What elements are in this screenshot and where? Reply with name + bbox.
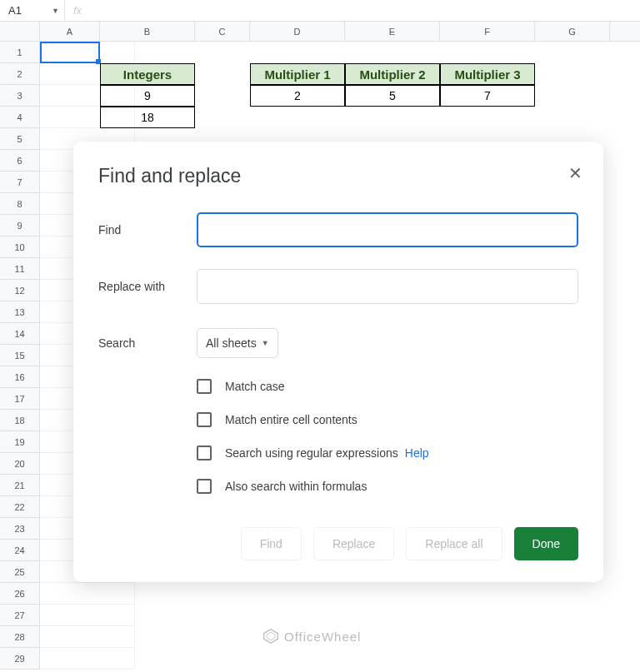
match-case-label: Match case (225, 380, 285, 393)
formulas-checkbox[interactable] (197, 479, 212, 494)
watermark: OfficeWheel (262, 628, 361, 645)
row-header[interactable]: 9 (0, 215, 40, 236)
fx-label: fx (64, 0, 90, 21)
row-header[interactable]: 27 (0, 605, 40, 626)
formula-input[interactable] (90, 0, 640, 21)
watermark-text: OfficeWheel (284, 630, 361, 644)
row-header[interactable]: 25 (0, 561, 40, 583)
table-header-integers[interactable]: Integers (100, 63, 195, 85)
row-header[interactable]: 29 (0, 648, 40, 670)
table-header-mult2[interactable]: Multiplier 2 (345, 63, 440, 85)
regex-label: Search using regular expressions (225, 446, 398, 460)
row-header[interactable]: 1 (0, 42, 40, 63)
cell[interactable] (40, 648, 135, 670)
cell[interactable] (40, 605, 135, 626)
table-cell[interactable]: 2 (250, 85, 345, 107)
row-header[interactable]: 20 (0, 453, 40, 475)
find-button[interactable]: Find (241, 527, 302, 560)
cell-reference[interactable]: A1 (0, 4, 47, 17)
cell[interactable] (40, 42, 135, 63)
row-header[interactable]: 2 (0, 63, 40, 85)
cell-ref-dropdown-icon[interactable]: ▼ (47, 7, 64, 15)
formulas-label: Also search within formulas (225, 480, 367, 493)
row-header[interactable]: 22 (0, 496, 40, 518)
logo-icon (262, 628, 279, 645)
row-header[interactable]: 24 (0, 540, 40, 561)
col-header-c[interactable]: C (195, 22, 250, 41)
find-input[interactable] (197, 212, 578, 247)
col-header-d[interactable]: D (250, 22, 345, 41)
close-button[interactable]: ✕ (563, 162, 587, 185)
row-header[interactable]: 15 (0, 345, 40, 366)
match-case-checkbox[interactable] (197, 379, 212, 394)
table-header-mult1[interactable]: Multiplier 1 (250, 63, 345, 85)
search-scope-select[interactable]: All sheets ▼ (197, 328, 278, 358)
row-header[interactable]: 17 (0, 388, 40, 410)
close-icon: ✕ (568, 163, 582, 183)
table-header-mult3[interactable]: Multiplier 3 (440, 63, 535, 85)
row-header[interactable]: 21 (0, 475, 40, 496)
row-header[interactable]: 12 (0, 280, 40, 301)
svg-marker-1 (267, 632, 275, 640)
table-cell[interactable]: 7 (440, 85, 535, 107)
table-cell[interactable]: 18 (100, 107, 195, 128)
col-header-b[interactable]: B (100, 22, 195, 41)
chevron-down-icon: ▼ (262, 339, 269, 347)
row-header[interactable]: 3 (0, 85, 40, 107)
row-header[interactable]: 7 (0, 172, 40, 193)
select-all-cell[interactable] (0, 22, 40, 41)
replace-all-button[interactable]: Replace all (406, 527, 502, 560)
row-header[interactable]: 5 (0, 128, 40, 150)
search-scope-value: All sheets (206, 336, 257, 350)
find-replace-dialog: Find and replace ✕ Find Replace with Sea… (73, 142, 603, 582)
cell[interactable] (40, 626, 135, 648)
column-headers: A B C D E F G (0, 22, 640, 42)
row-header[interactable]: 14 (0, 323, 40, 345)
col-header-a[interactable]: A (40, 22, 100, 41)
replace-input[interactable] (197, 269, 578, 304)
row-header[interactable]: 18 (0, 410, 40, 431)
formula-bar: A1 ▼ fx (0, 0, 640, 22)
row-header[interactable]: 26 (0, 583, 40, 605)
dialog-title: Find and replace (98, 165, 578, 187)
row-header[interactable]: 13 (0, 301, 40, 323)
done-button[interactable]: Done (514, 527, 578, 560)
row-header[interactable]: 6 (0, 150, 40, 172)
search-label: Search (98, 336, 197, 350)
row-header[interactable]: 28 (0, 626, 40, 648)
svg-marker-0 (264, 630, 278, 644)
replace-label: Replace with (98, 280, 197, 293)
col-header-g[interactable]: G (535, 22, 610, 41)
replace-button[interactable]: Replace (313, 527, 394, 560)
dialog-footer: Find Replace Replace all Done (98, 527, 578, 560)
help-link[interactable]: Help (405, 446, 429, 460)
find-label: Find (98, 223, 197, 236)
match-entire-checkbox[interactable] (197, 412, 212, 427)
row-header[interactable]: 16 (0, 366, 40, 388)
match-entire-label: Match entire cell contents (225, 413, 358, 426)
row-header[interactable]: 23 (0, 518, 40, 540)
cell[interactable] (40, 583, 135, 605)
table-cell[interactable]: 9 (100, 85, 195, 107)
row-header[interactable]: 8 (0, 193, 40, 215)
col-header-e[interactable]: E (345, 22, 440, 41)
col-header-f[interactable]: F (440, 22, 535, 41)
row-header[interactable]: 4 (0, 107, 40, 128)
table-cell[interactable]: 5 (345, 85, 440, 107)
row-header[interactable]: 19 (0, 431, 40, 453)
row-header[interactable]: 10 (0, 236, 40, 258)
regex-checkbox[interactable] (197, 446, 212, 460)
row-header[interactable]: 11 (0, 258, 40, 280)
